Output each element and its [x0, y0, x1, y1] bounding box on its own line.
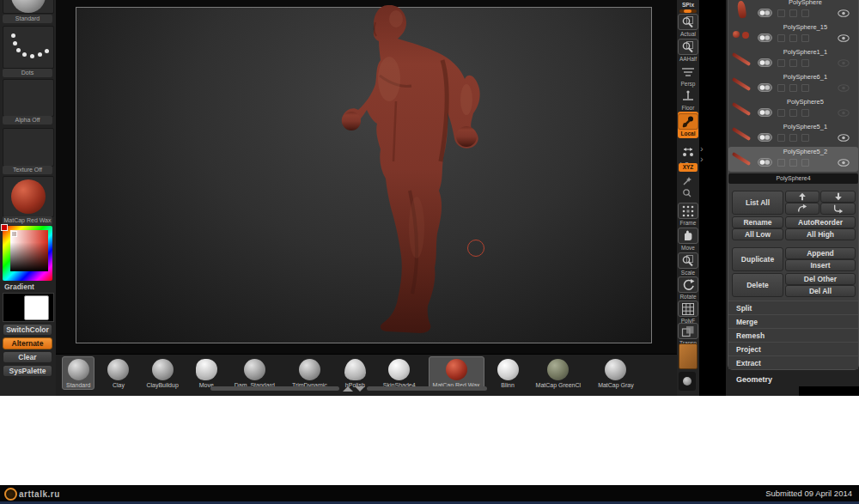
subtool-row[interactable]: PolySphere5_1 — [728, 122, 858, 147]
viewport-canvas[interactable] — [56, 0, 677, 354]
duplicate-button[interactable]: Duplicate — [732, 247, 783, 271]
subtool-section-header[interactable]: Split — [728, 301, 858, 314]
subtool-row[interactable]: PolySphere5_2 — [728, 147, 858, 172]
shelf-button[interactable]: Move — [678, 228, 698, 251]
visibility-eye-icon[interactable] — [838, 34, 850, 42]
subtool-section-header[interactable]: Remesh — [728, 328, 858, 342]
shelf-orange-thumbnail[interactable] — [679, 343, 698, 369]
tray-item[interactable]: TrimDynamic — [288, 356, 332, 390]
list-all-button[interactable]: List All — [732, 191, 783, 215]
polypaint-toggle-icon[interactable] — [758, 133, 772, 142]
shelf-button[interactable]: Local — [678, 112, 698, 138]
subtool-row[interactable]: PolySphere — [728, 0, 858, 22]
subtool-mini-icon[interactable] — [777, 59, 785, 67]
shelf-button[interactable]: AAHalf — [678, 39, 698, 62]
subtool-row[interactable]: PolySphere4 — [728, 173, 858, 184]
wand-icon[interactable] — [682, 176, 692, 186]
delete-button[interactable]: Delete — [732, 273, 783, 297]
subtool-mini-icon[interactable] — [801, 84, 809, 92]
left-tray-button[interactable]: Alternate — [3, 337, 52, 349]
subtool-mini-icon[interactable] — [801, 109, 809, 117]
subtool-section-header[interactable]: Extract — [728, 355, 858, 369]
tray-expand-arrow-icon[interactable] — [343, 386, 353, 392]
shelf-button[interactable]: PolyF — [678, 301, 698, 324]
shelf-button[interactable]: Actual — [678, 14, 698, 37]
subtool-mini-icon[interactable] — [801, 159, 809, 167]
shelf-button[interactable]: XYZ — [678, 163, 698, 172]
subtool-row[interactable]: PolySphere6_1 — [728, 72, 858, 97]
secondary-color-swatch[interactable] — [24, 295, 49, 320]
polypaint-toggle-icon[interactable] — [758, 83, 772, 92]
tray-item[interactable]: Clay — [103, 356, 133, 390]
polypaint-toggle-icon[interactable] — [758, 58, 772, 67]
subtool-mini-icon[interactable] — [801, 34, 809, 42]
polypaint-toggle-icon[interactable] — [758, 158, 772, 167]
divider-chevron-icon[interactable]: › — [700, 144, 704, 153]
del-other-button[interactable]: Del Other — [785, 273, 856, 285]
tray-item[interactable]: ClayBuildup — [142, 356, 182, 390]
tray-item[interactable]: Blinn — [493, 356, 523, 390]
subtool-mini-icon[interactable] — [777, 134, 785, 142]
geometry-header[interactable]: Geometry — [736, 375, 772, 384]
tray-item[interactable]: SkinShade4 — [379, 356, 420, 390]
subtool-mini-icon[interactable] — [789, 34, 797, 42]
divider-chevron-icon[interactable]: › — [700, 155, 704, 163]
duplicate-down-button[interactable] — [820, 203, 856, 215]
subtool-row[interactable]: PolySphere_15 — [728, 22, 858, 47]
polypaint-toggle-icon[interactable] — [758, 108, 772, 117]
left-tray-button[interactable]: Clear — [3, 351, 52, 363]
all-low-button[interactable]: All Low — [732, 228, 783, 240]
tray-scrollbar-left[interactable] — [210, 386, 339, 391]
shelf-button[interactable]: Rotate — [678, 276, 698, 300]
subtool-mini-icon[interactable] — [789, 159, 797, 167]
visibility-eye-icon[interactable] — [838, 84, 850, 92]
current-brush-thumbnail[interactable] — [3, 0, 54, 14]
current-alpha-thumbnail[interactable] — [3, 79, 54, 117]
tray-item[interactable]: Move — [192, 356, 222, 390]
shelf-button[interactable]: Floor — [678, 88, 698, 111]
subtool-mini-icon[interactable] — [777, 84, 785, 92]
tray-item[interactable]: MatCap Gray — [594, 356, 638, 390]
del-all-button[interactable]: Del All — [785, 285, 856, 297]
subtool-mini-icon[interactable] — [801, 134, 809, 142]
subtool-row[interactable]: PolySphere1_1 — [728, 47, 858, 72]
subtool-mini-icon[interactable] — [789, 59, 797, 67]
subtool-row[interactable]: PolySphere5 — [728, 97, 858, 122]
shelf-button[interactable]: Frame — [678, 203, 698, 226]
subtool-mini-icon[interactable] — [789, 84, 797, 92]
shelf-button[interactable]: Transp — [678, 323, 698, 346]
visibility-eye-icon[interactable] — [838, 109, 850, 117]
rename-button[interactable]: Rename — [732, 216, 783, 228]
visibility-eye-icon[interactable] — [838, 134, 850, 142]
subtool-mini-icon[interactable] — [777, 9, 785, 17]
subtool-section-header[interactable]: Merge — [728, 314, 858, 328]
current-stroke-thumbnail[interactable] — [3, 26, 54, 69]
shelf-button[interactable]: Persp — [678, 64, 698, 87]
tray-scrollbar-right[interactable] — [367, 386, 487, 391]
loop-icon[interactable] — [682, 188, 692, 198]
tray-item[interactable]: MatCap Red Wax — [429, 356, 484, 390]
current-material-thumbnail[interactable] — [3, 176, 54, 217]
left-tray-button[interactable]: SysPalette — [3, 365, 52, 377]
subtool-mini-icon[interactable] — [777, 109, 785, 117]
shelf-button[interactable]: Scale — [678, 252, 698, 276]
subtool-mini-icon[interactable] — [777, 34, 785, 42]
tray-item[interactable]: Standard — [62, 356, 94, 390]
subtool-mini-icon[interactable] — [789, 109, 797, 117]
visibility-eye-icon[interactable] — [838, 159, 850, 167]
subtool-mini-icon[interactable] — [801, 9, 809, 17]
append-button[interactable]: Append — [785, 247, 856, 259]
all-high-button[interactable]: All High — [785, 228, 856, 240]
shelf-bottom-thumbnail[interactable] — [679, 372, 696, 391]
subtool-section-header[interactable]: Project — [728, 342, 858, 355]
tray-item[interactable]: hPolish — [340, 356, 370, 390]
visibility-eye-icon[interactable] — [838, 9, 850, 17]
tray-item[interactable]: Dam_Standard — [230, 356, 279, 390]
move-up-button[interactable] — [785, 191, 819, 203]
visibility-eye-icon[interactable] — [838, 59, 850, 67]
polypaint-toggle-icon[interactable] — [758, 33, 772, 42]
current-texture-thumbnail[interactable] — [3, 128, 54, 167]
polypaint-toggle-icon[interactable] — [758, 9, 772, 17]
saturation-value-square[interactable] — [10, 230, 48, 271]
left-tray-button[interactable]: SwitchColor — [3, 324, 52, 336]
